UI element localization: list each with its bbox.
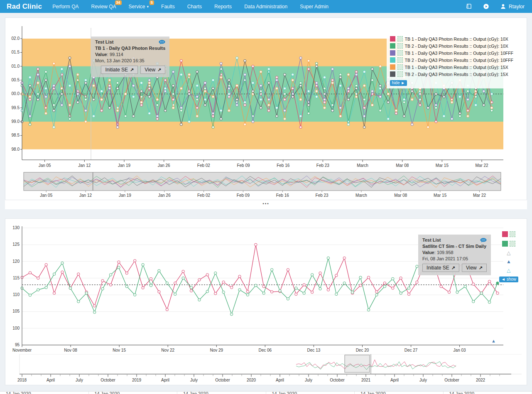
svg-text:April: April <box>161 378 169 382</box>
view-button[interactable]: View↗ <box>140 66 165 74</box>
svg-text:Nov 29: Nov 29 <box>210 348 223 352</box>
legend-hide-button[interactable]: hide ► <box>390 80 407 86</box>
svg-text:Jan 26: Jan 26 <box>158 163 170 168</box>
tolerance-swatch <box>510 241 515 247</box>
nav-item-reports[interactable]: Reports <box>208 0 238 13</box>
legend-item[interactable]: TB 1 - Daily QA3 Photon Results :: Outpu… <box>390 64 513 70</box>
legend-label: TB 2 - Daily QA3 Photon Results :: Outpu… <box>405 44 508 49</box>
top-navbar: Rad Clinic Perform QAReview QA34Service▾… <box>0 0 532 13</box>
play-circle-icon[interactable] <box>483 3 489 10</box>
initiate-se-button[interactable]: Initiate SE↗ <box>422 264 459 272</box>
notification-badge: 34 <box>115 0 122 5</box>
svg-text:October: October <box>330 378 345 382</box>
svg-text:120: 120 <box>12 259 20 264</box>
triangle-marker-icon[interactable]: △ <box>507 250 510 255</box>
panel-resize-handle[interactable]: ••• <box>5 200 527 209</box>
legend-item-collapsed[interactable] <box>502 231 515 237</box>
svg-text:98.0: 98.0 <box>12 147 20 152</box>
ticker-result-cell[interactable]: 14 Jan 2020 11:46100.365100.0 <box>266 392 355 394</box>
chevron-down-icon: ▾ <box>147 5 149 9</box>
ticker-datetime: 14 Jan 2020 11:46 <box>449 391 481 394</box>
ticker-result-cell[interactable]: 14 Jan 2020 11:3599.607100.0 <box>355 392 444 394</box>
svg-text:November: November <box>12 348 32 352</box>
tooltip-value-label: Value <box>422 250 434 255</box>
svg-text:98.5: 98.5 <box>12 133 20 137</box>
qa-trend-card-1: 102.0101.5101.0100.5100.099.599.098.598.… <box>5 17 527 200</box>
view-button[interactable]: View↗ <box>462 264 487 272</box>
svg-text:October: October <box>215 378 230 382</box>
ticker-datetime: 14 Jan 2020 11:46 <box>95 391 126 394</box>
svg-text:2019: 2019 <box>132 378 142 382</box>
svg-text:Feb 23: Feb 23 <box>316 193 329 198</box>
nav-item-charts[interactable]: Charts <box>181 0 208 13</box>
tolerance-swatch <box>397 43 403 49</box>
legend-item[interactable]: TB 1 - Daily QA3 Photon Results :: Outpu… <box>390 36 513 42</box>
ticker-result-cell[interactable]: 14 Jan 2020 11:46100.585100.0 <box>89 392 178 394</box>
legend-label: TB 1 - Daily QA3 Photon Results :: Outpu… <box>405 51 513 56</box>
svg-text:October: October <box>444 378 459 382</box>
nav-item-service[interactable]: Service▾5 <box>123 0 155 13</box>
legend-label: TB 2 - Daily QA3 Photon Results :: Outpu… <box>405 58 513 63</box>
svg-text:2018: 2018 <box>17 378 27 382</box>
svg-text:Feb 02: Feb 02 <box>197 193 211 198</box>
comment-icon[interactable] <box>159 40 165 44</box>
svg-text:Mar 15: Mar 15 <box>436 163 449 168</box>
svg-text:Jan 12: Jan 12 <box>79 193 92 198</box>
svg-text:Jan 05: Jan 05 <box>39 163 51 168</box>
svg-text:100.0: 100.0 <box>11 91 20 96</box>
legend-item[interactable]: TB 1 - Daily QA3 Photon Results :: Outpu… <box>390 50 513 56</box>
qa-chart-2-navigator[interactable]: 2018AprilJulyOctober2019AprilJulyOctober… <box>11 354 522 383</box>
open-icon: ↗ <box>130 67 134 73</box>
svg-text:July: July <box>190 378 198 382</box>
user-menu[interactable]: Rtaylor <box>500 3 525 10</box>
tolerance-swatch <box>397 50 403 56</box>
tolerance-swatch <box>397 57 403 63</box>
navbar-right: Rtaylor <box>466 3 528 10</box>
ticker-datetime: 14 Jan 2020 11:35 <box>183 391 214 394</box>
ticker-result-cell[interactable]: 14 Jan 2020 11:35100.115100.0 <box>177 392 266 394</box>
svg-text:100: 100 <box>12 326 20 330</box>
legend-show-button[interactable]: ◄ show <box>499 277 518 282</box>
scroll-corner-triangle-icon[interactable]: ▲ <box>491 338 496 343</box>
svg-text:Nov 15: Nov 15 <box>113 348 126 352</box>
series-color-swatch <box>390 50 395 56</box>
tooltip-test-name: Satllite CT Sim - CT Sim Daily <box>422 244 487 249</box>
legend-item[interactable]: TB 2 - Daily QA3 Photon Results :: Outpu… <box>390 57 513 63</box>
svg-text:130: 130 <box>12 225 20 230</box>
tooltip-test-name: TB 1 - Daily QA3 Photon Results <box>95 46 165 51</box>
svg-text:Feb 23: Feb 23 <box>316 163 330 168</box>
series-color-swatch <box>390 43 395 49</box>
qa-chart-1-navigator[interactable]: Jan 05Jan 12Jan 19Jan 26Feb 02Feb 09Feb … <box>11 171 522 198</box>
nav-item-faults[interactable]: Faults <box>155 0 181 13</box>
tooltip-datetime: Mon, 13 Jan 2020 16:35 <box>95 58 165 63</box>
ticker-result-cell[interactable]: 14 Jan 2020 11:4699.605100.0 <box>444 392 532 394</box>
nav-item-review-qa[interactable]: Review QA34 <box>85 0 122 13</box>
tooltip-title: Test List <box>95 39 113 44</box>
legend-item[interactable]: TB 2 - Daily QA3 Photon Results :: Outpu… <box>390 71 513 77</box>
legend-item-collapsed[interactable] <box>502 241 515 247</box>
triangle-marker-icon[interactable]: △ <box>507 268 510 273</box>
series-color-swatch <box>390 36 395 42</box>
svg-text:2022: 2022 <box>476 378 485 382</box>
book-icon[interactable] <box>466 3 472 10</box>
svg-text:October: October <box>101 378 115 382</box>
svg-text:Mar 08: Mar 08 <box>394 193 407 198</box>
nav-item-data-administration[interactable]: Data Administration <box>238 0 294 13</box>
chart1-tooltip: Test List TB 1 - Daily QA3 Photon Result… <box>91 37 169 77</box>
svg-text:99.0: 99.0 <box>12 119 20 124</box>
tooltip-title: Test List <box>422 237 441 242</box>
svg-text:March: March <box>357 163 368 168</box>
comment-icon[interactable] <box>480 238 487 242</box>
svg-text:Jan 05: Jan 05 <box>40 193 52 198</box>
nav-item-perform-qa[interactable]: Perform QA <box>46 0 85 13</box>
legend-item[interactable]: TB 2 - Daily QA3 Photon Results :: Outpu… <box>390 43 513 49</box>
ticker-result-cell[interactable]: 14 Jan 2020 11:35100.545100.0 <box>0 392 89 394</box>
nav-item-super-admin[interactable]: Super Admin <box>294 0 335 13</box>
series-color-swatch <box>390 64 395 70</box>
initiate-se-button[interactable]: Initiate SE↗ <box>101 66 138 74</box>
svg-text:Feb 16: Feb 16 <box>276 193 289 198</box>
svg-text:March: March <box>355 193 367 198</box>
app-brand[interactable]: Rad Clinic <box>4 2 46 11</box>
triangle-marker-icon[interactable]: ▲ <box>506 259 511 264</box>
tooltip-datetime: Fri, 08 Jan 2021 17:05 <box>422 256 487 261</box>
